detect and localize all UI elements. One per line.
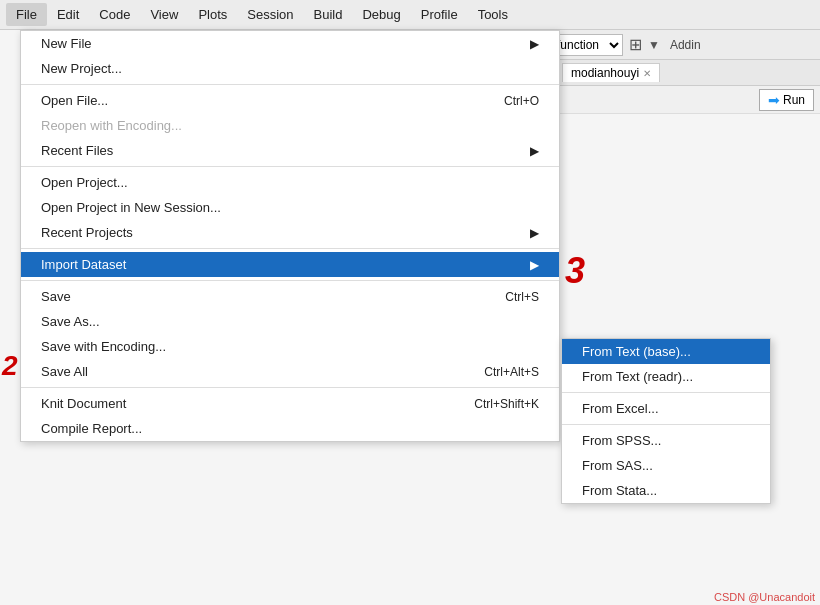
menu-item-save-as[interactable]: Save As... [21,309,559,334]
recent-projects-arrow: ▶ [530,226,539,240]
menu-item-open-file[interactable]: Open File... Ctrl+O [21,88,559,113]
editor-tabs: ⊞ modianhouyi ✕ [540,60,820,86]
run-arrow-icon: ➡ [768,92,780,108]
menu-item-save-all[interactable]: Save All Ctrl+Alt+S [21,359,559,384]
menu-tools[interactable]: Tools [468,3,518,26]
menu-item-new-file[interactable]: New File ▶ [21,31,559,56]
menu-item-reopen-encoding: Reopen with Encoding... [21,113,559,138]
watermark: CSDN @Unacandoit [714,591,815,603]
dropdown-arrow-icon: ▼ [648,38,660,52]
menu-view[interactable]: View [140,3,188,26]
menu-edit[interactable]: Edit [47,3,89,26]
submenu-from-spss[interactable]: From SPSS... [562,428,770,453]
menu-item-open-project[interactable]: Open Project... [21,170,559,195]
submenu-sep-2 [562,424,770,425]
menu-profile[interactable]: Profile [411,3,468,26]
submenu-from-stata[interactable]: From Stata... [562,478,770,503]
separator-5 [21,387,559,388]
run-button[interactable]: ➡ Run [759,89,814,111]
separator-1 [21,84,559,85]
submenu-from-text-base[interactable]: From Text (base)... [562,339,770,364]
annotation-number-3: 3 [565,250,585,292]
menu-item-save-encoding[interactable]: Save with Encoding... [21,334,559,359]
separator-3 [21,248,559,249]
separator-2 [21,166,559,167]
tab-close-icon[interactable]: ✕ [643,68,651,79]
new-file-arrow: ▶ [530,37,539,51]
annotation-number-2: 2 [2,350,18,382]
menu-item-open-project-new-session[interactable]: Open Project in New Session... [21,195,559,220]
menu-item-recent-projects[interactable]: Recent Projects ▶ [21,220,559,245]
editor-tab-modianhouyi[interactable]: modianhouyi ✕ [562,63,660,82]
addin-label: Addin [670,38,701,52]
menubar: File Edit Code View Plots Session Build … [0,0,820,30]
editor-area: function ⊞ ▼ Addin ⊞ modianhouyi ✕ ➡ Run [540,30,820,605]
menu-item-knit-document[interactable]: Knit Document Ctrl+Shift+K [21,391,559,416]
submenu-sep-1 [562,392,770,393]
menu-item-import-dataset[interactable]: Import Dataset ▶ [21,252,559,277]
menu-plots[interactable]: Plots [188,3,237,26]
editor-toolbar: ➡ Run [540,86,820,114]
grid-layout-icon: ⊞ [629,35,642,54]
import-dataset-submenu: From Text (base)... From Text (readr)...… [561,338,771,504]
submenu-from-text-readr[interactable]: From Text (readr)... [562,364,770,389]
menu-build[interactable]: Build [304,3,353,26]
submenu-from-sas[interactable]: From SAS... [562,453,770,478]
menu-item-recent-files[interactable]: Recent Files ▶ [21,138,559,163]
separator-4 [21,280,559,281]
menu-item-new-project[interactable]: New Project... [21,56,559,81]
menu-file[interactable]: File [6,3,47,26]
recent-files-arrow: ▶ [530,144,539,158]
menu-item-compile-report[interactable]: Compile Report... [21,416,559,441]
file-dropdown-menu: New File ▶ New Project... Open File... C… [20,30,560,442]
menu-session[interactable]: Session [237,3,303,26]
import-dataset-arrow: ▶ [530,258,539,272]
menu-item-save[interactable]: Save Ctrl+S [21,284,559,309]
submenu-from-excel[interactable]: From Excel... [562,396,770,421]
menu-debug[interactable]: Debug [352,3,410,26]
menu-code[interactable]: Code [89,3,140,26]
